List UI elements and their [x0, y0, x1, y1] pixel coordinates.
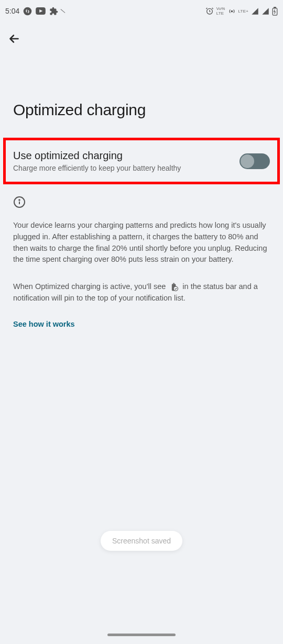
hotspot-icon — [228, 7, 236, 15]
status-bar-left: 5:04 \ — [5, 7, 64, 16]
back-button[interactable] — [7, 32, 20, 45]
svg-rect-10 — [173, 283, 175, 284]
info-icon-row — [0, 196, 283, 220]
status-time: 5:04 — [5, 7, 19, 15]
youtube-icon — [36, 7, 46, 15]
battery-optimize-inline-icon — [169, 282, 179, 292]
shazam-icon — [23, 7, 32, 16]
status-bar: 5:04 \ Vo% LTE LTE+ — [0, 0, 283, 22]
setting-title: Use optimized charging — [13, 150, 240, 162]
see-how-it-works-link[interactable]: See how it works — [0, 320, 283, 328]
svg-point-0 — [24, 7, 32, 15]
svg-rect-5 — [274, 7, 276, 8]
navigation-bar — [0, 22, 283, 54]
nav-handle[interactable] — [107, 634, 176, 636]
screenshot-saved-toast: Screenshot saved — [101, 531, 182, 551]
highlighted-setting-container: Use optimized charging Charge more effic… — [3, 138, 280, 184]
setting-subtitle: Charge more efficiently to keep your bat… — [13, 164, 240, 172]
lte-indicator: LTE+ — [238, 9, 248, 14]
signal-strength-icon-1 — [251, 7, 259, 15]
info-paragraph-2: When Optimized charging is active, you'l… — [0, 281, 283, 320]
debug-icon: \ — [60, 7, 66, 15]
battery-icon — [272, 7, 278, 16]
status-bar-right: Vo% LTE LTE+ — [205, 6, 278, 16]
signal-strength-icon-2 — [262, 7, 269, 15]
optimized-charging-toggle[interactable] — [240, 153, 270, 169]
setting-text-group: Use optimized charging Charge more effic… — [13, 150, 240, 172]
puzzle-icon — [49, 7, 58, 16]
info-paragraph-1: Your device learns your charging pattern… — [0, 220, 283, 281]
volte-indicator: Vo% LTE — [216, 6, 225, 16]
info-paragraph-2-prefix: When Optimized charging is active, you'l… — [13, 282, 166, 291]
svg-point-8 — [19, 199, 20, 201]
use-optimized-charging-setting[interactable]: Use optimized charging Charge more effic… — [6, 140, 277, 182]
alarm-icon — [205, 7, 214, 15]
toggle-knob — [241, 154, 254, 168]
svg-point-3 — [231, 10, 233, 12]
page-title: Optimized charging — [0, 54, 283, 138]
info-icon — [13, 196, 26, 208]
